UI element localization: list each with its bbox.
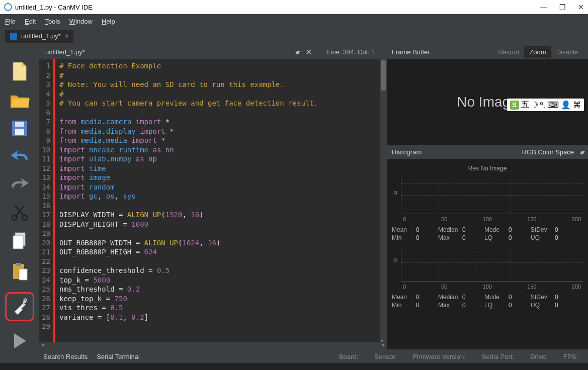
python-file-icon bbox=[10, 33, 17, 40]
menu-file[interactable]: File bbox=[5, 18, 16, 25]
window-minimize-button[interactable]: — bbox=[540, 3, 547, 11]
open-folder-icon[interactable] bbox=[10, 92, 30, 109]
editor-tab[interactable]: untitled_1.py* × bbox=[5, 30, 73, 43]
editor-scrollbar-horizontal[interactable] bbox=[39, 342, 387, 349]
window-close-button[interactable]: ✕ bbox=[578, 3, 584, 11]
ime-btn[interactable]: 五 bbox=[521, 100, 529, 110]
histogram-title: Histogram bbox=[392, 148, 422, 156]
ime-btn[interactable]: ☽ bbox=[531, 100, 538, 110]
tab-close-button[interactable]: × bbox=[65, 32, 69, 40]
ime-toolbar[interactable]: S 五 ☽ º, ⌨ 👤 ⌘ bbox=[507, 99, 584, 111]
stat-row: Min0Max0LQ0UQ0 bbox=[392, 302, 583, 309]
save-icon[interactable] bbox=[10, 120, 30, 137]
connect-icon[interactable] bbox=[5, 292, 34, 321]
editor-linecol: Line: 344, Col: 1 bbox=[327, 48, 375, 56]
cut-icon[interactable] bbox=[10, 204, 30, 221]
fb-disable-button[interactable]: Disable bbox=[551, 46, 583, 58]
editor-scrollbar-vertical[interactable] bbox=[380, 59, 387, 342]
status-fps: FPS: bbox=[563, 353, 578, 360]
histogram-chart: G bbox=[401, 243, 583, 282]
histogram-axis: 050100150200 bbox=[401, 215, 583, 225]
status-drive: Drive: bbox=[530, 353, 547, 360]
framebuffer-header: Frame Buffer Record Zoom Disable bbox=[387, 44, 588, 59]
editor-filename: untitled_1.py* bbox=[45, 48, 295, 56]
right-panel: Frame Buffer Record Zoom Disable No Imag… bbox=[387, 44, 588, 349]
stat-row: Mean0Median0Mode0StDev0 bbox=[392, 226, 583, 233]
status-serial-terminal[interactable]: Serial Terminal bbox=[97, 353, 140, 360]
framebuffer-view: No Image S 五 ☽ º, ⌨ 👤 ⌘ bbox=[387, 59, 588, 145]
ime-logo-icon: S bbox=[510, 101, 519, 110]
code-editor[interactable]: 1234567891011121314151617181920212223242… bbox=[39, 59, 387, 342]
editor-tabbar: untitled_1.py* × bbox=[0, 28, 588, 44]
svg-rect-10 bbox=[13, 236, 23, 249]
line-gutter: 1234567891011121314151617181920212223242… bbox=[39, 59, 55, 342]
svg-rect-12 bbox=[16, 263, 21, 266]
stat-row: Mean0Median0Mode0StDev0 bbox=[392, 294, 583, 301]
menu-tools[interactable]: Tools bbox=[45, 18, 60, 25]
statusbar: Search Results Serial Terminal Board: Se… bbox=[0, 349, 588, 363]
redo-icon[interactable] bbox=[10, 176, 30, 193]
ime-btn[interactable]: º, bbox=[540, 101, 545, 110]
editor-split-icon[interactable]: ▴▾ bbox=[295, 48, 298, 56]
dropdown-icon[interactable]: ▴▾ bbox=[580, 148, 583, 156]
status-board: Board: bbox=[339, 353, 358, 360]
copy-icon[interactable] bbox=[10, 232, 30, 251]
editor-pane: untitled_1.py* ▴▾ ✕ Line: 344, Col: 1 12… bbox=[39, 44, 387, 349]
os-taskbar bbox=[0, 363, 588, 370]
svg-point-7 bbox=[12, 215, 17, 220]
window-titlebar: untitled_1.py - CanMV IDE — ❐ ✕ bbox=[0, 0, 588, 14]
svg-rect-4 bbox=[15, 129, 24, 135]
menu-window[interactable]: Window bbox=[69, 18, 93, 25]
new-file-icon[interactable] bbox=[10, 62, 30, 81]
histogram-body: Res No Image R050100150200Mean0Median0Mo… bbox=[387, 159, 588, 349]
app-logo-icon bbox=[4, 3, 12, 11]
menubar: File Edit Tools Window Help bbox=[0, 14, 588, 28]
status-firmware: Firmware Version: bbox=[413, 353, 466, 360]
svg-marker-15 bbox=[14, 333, 26, 348]
menu-help[interactable]: Help bbox=[102, 18, 115, 25]
tab-label: untitled_1.py* bbox=[21, 32, 61, 40]
svg-point-8 bbox=[22, 215, 27, 220]
menu-edit[interactable]: Edit bbox=[25, 18, 36, 25]
undo-icon[interactable] bbox=[10, 148, 30, 164]
svg-rect-13 bbox=[19, 269, 27, 280]
window-title: untitled_1.py - CanMV IDE bbox=[15, 4, 93, 11]
code-content[interactable]: # Face detection Example # # Note: You w… bbox=[55, 59, 387, 342]
window-maximize-button[interactable]: ❐ bbox=[559, 3, 566, 11]
framebuffer-title: Frame Buffer bbox=[392, 48, 430, 56]
ime-btn[interactable]: ⌨ bbox=[547, 100, 559, 110]
fb-zoom-button[interactable]: Zoom bbox=[524, 46, 551, 58]
stat-row: Min0Max0LQ0UQ0 bbox=[392, 234, 583, 241]
ime-btn[interactable]: ⌘ bbox=[573, 100, 581, 110]
editor-close-button[interactable]: ✕ bbox=[305, 47, 312, 57]
fb-record-button[interactable]: Record bbox=[493, 46, 524, 58]
status-search-results[interactable]: Search Results bbox=[43, 353, 88, 360]
status-serial-port: Serial Port: bbox=[482, 353, 514, 360]
run-icon[interactable] bbox=[10, 332, 30, 349]
left-toolbar bbox=[0, 44, 39, 349]
histogram-axis: 050100150200 bbox=[401, 283, 583, 293]
histogram-header: Histogram RGB Color Space ▴▾ bbox=[387, 145, 588, 159]
editor-header: untitled_1.py* ▴▾ ✕ Line: 344, Col: 1 bbox=[39, 44, 387, 59]
ime-btn[interactable]: 👤 bbox=[561, 100, 571, 110]
paste-icon[interactable] bbox=[10, 262, 30, 281]
colorspace-select[interactable]: RGB Color Space bbox=[522, 148, 574, 156]
histogram-resolution: Res No Image bbox=[392, 165, 583, 172]
svg-rect-3 bbox=[15, 122, 24, 127]
status-sensor: Sensor: bbox=[374, 353, 397, 360]
histogram-chart: R bbox=[401, 176, 583, 214]
